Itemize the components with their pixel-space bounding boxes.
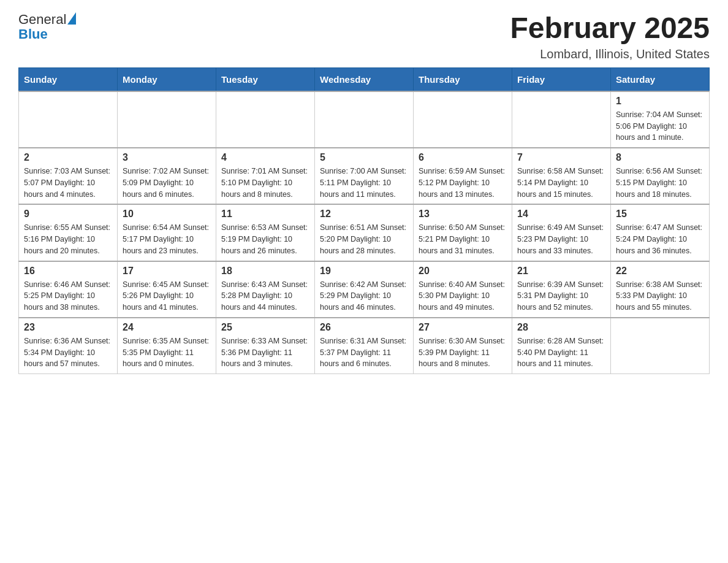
- day-info: Sunrise: 7:01 AM Sunset: 5:10 PM Dayligh…: [221, 166, 309, 200]
- day-info: Sunrise: 7:03 AM Sunset: 5:07 PM Dayligh…: [24, 166, 112, 200]
- calendar-day-cell: [118, 91, 216, 148]
- calendar-day-cell: 1Sunrise: 7:04 AM Sunset: 5:06 PM Daylig…: [611, 91, 710, 148]
- calendar-day-cell: [216, 91, 315, 148]
- day-info: Sunrise: 7:02 AM Sunset: 5:09 PM Dayligh…: [123, 166, 211, 200]
- calendar-day-cell: [19, 91, 118, 148]
- logo-triangle-icon: [67, 12, 76, 25]
- calendar-week-row: 9Sunrise: 6:55 AM Sunset: 5:16 PM Daylig…: [19, 204, 710, 261]
- day-number: 13: [419, 209, 507, 220]
- calendar-day-cell: 25Sunrise: 6:33 AM Sunset: 5:36 PM Dayli…: [216, 318, 315, 374]
- logo: General Blue: [18, 12, 76, 42]
- day-number: 16: [24, 266, 112, 277]
- day-info: Sunrise: 6:33 AM Sunset: 5:36 PM Dayligh…: [221, 335, 309, 370]
- day-info: Sunrise: 6:30 AM Sunset: 5:39 PM Dayligh…: [419, 335, 507, 370]
- calendar-day-cell: 23Sunrise: 6:36 AM Sunset: 5:34 PM Dayli…: [19, 318, 118, 374]
- day-number: 7: [517, 152, 605, 163]
- day-number: 11: [221, 209, 309, 220]
- calendar-week-row: 1Sunrise: 7:04 AM Sunset: 5:06 PM Daylig…: [19, 91, 710, 148]
- calendar-day-cell: 2Sunrise: 7:03 AM Sunset: 5:07 PM Daylig…: [19, 148, 118, 204]
- day-number: 25: [221, 322, 309, 333]
- calendar-day-cell: 9Sunrise: 6:55 AM Sunset: 5:16 PM Daylig…: [19, 204, 118, 261]
- day-number: 17: [123, 266, 211, 277]
- day-number: 21: [517, 266, 605, 277]
- calendar-day-cell: 6Sunrise: 6:59 AM Sunset: 5:12 PM Daylig…: [414, 148, 512, 204]
- calendar-day-cell: 16Sunrise: 6:46 AM Sunset: 5:25 PM Dayli…: [19, 261, 118, 318]
- page-header: General Blue February 2025 Lombard, Illi…: [18, 12, 710, 61]
- calendar-day-cell: 20Sunrise: 6:40 AM Sunset: 5:30 PM Dayli…: [414, 261, 512, 318]
- day-info: Sunrise: 7:04 AM Sunset: 5:06 PM Dayligh…: [616, 109, 704, 144]
- day-info: Sunrise: 6:55 AM Sunset: 5:16 PM Dayligh…: [24, 222, 112, 256]
- logo-general-text: General: [18, 12, 66, 27]
- day-info: Sunrise: 6:39 AM Sunset: 5:31 PM Dayligh…: [517, 279, 605, 313]
- day-number: 20: [419, 266, 507, 277]
- day-number: 26: [320, 322, 408, 333]
- day-info: Sunrise: 6:53 AM Sunset: 5:19 PM Dayligh…: [221, 222, 309, 256]
- calendar-day-header: Thursday: [414, 67, 512, 91]
- day-info: Sunrise: 6:49 AM Sunset: 5:23 PM Dayligh…: [517, 222, 605, 256]
- day-number: 15: [616, 209, 704, 220]
- day-number: 6: [419, 152, 507, 163]
- title-block: February 2025 Lombard, Illinois, United …: [510, 12, 710, 61]
- day-number: 24: [123, 322, 211, 333]
- calendar-day-cell: 10Sunrise: 6:54 AM Sunset: 5:17 PM Dayli…: [118, 204, 216, 261]
- day-info: Sunrise: 6:40 AM Sunset: 5:30 PM Dayligh…: [419, 279, 507, 313]
- day-number: 9: [24, 209, 112, 220]
- calendar-week-row: 2Sunrise: 7:03 AM Sunset: 5:07 PM Daylig…: [19, 148, 710, 204]
- calendar-day-cell: 17Sunrise: 6:45 AM Sunset: 5:26 PM Dayli…: [118, 261, 216, 318]
- calendar-day-cell: 12Sunrise: 6:51 AM Sunset: 5:20 PM Dayli…: [315, 204, 414, 261]
- calendar-week-row: 23Sunrise: 6:36 AM Sunset: 5:34 PM Dayli…: [19, 318, 710, 374]
- calendar-day-cell: 24Sunrise: 6:35 AM Sunset: 5:35 PM Dayli…: [118, 318, 216, 374]
- calendar-day-cell: 18Sunrise: 6:43 AM Sunset: 5:28 PM Dayli…: [216, 261, 315, 318]
- day-info: Sunrise: 6:51 AM Sunset: 5:20 PM Dayligh…: [320, 222, 408, 256]
- day-number: 18: [221, 266, 309, 277]
- calendar-day-cell: 26Sunrise: 6:31 AM Sunset: 5:37 PM Dayli…: [315, 318, 414, 374]
- calendar-day-cell: [414, 91, 512, 148]
- calendar-week-row: 16Sunrise: 6:46 AM Sunset: 5:25 PM Dayli…: [19, 261, 710, 318]
- day-number: 10: [123, 209, 211, 220]
- day-number: 8: [616, 152, 704, 163]
- calendar-day-header: Saturday: [611, 67, 710, 91]
- day-info: Sunrise: 6:54 AM Sunset: 5:17 PM Dayligh…: [123, 222, 211, 256]
- calendar-day-cell: [512, 91, 611, 148]
- day-number: 19: [320, 266, 408, 277]
- month-title: February 2025: [510, 12, 710, 45]
- day-number: 22: [616, 266, 704, 277]
- day-info: Sunrise: 6:50 AM Sunset: 5:21 PM Dayligh…: [419, 222, 507, 256]
- day-number: 27: [419, 322, 507, 333]
- day-info: Sunrise: 6:46 AM Sunset: 5:25 PM Dayligh…: [24, 279, 112, 313]
- day-info: Sunrise: 6:59 AM Sunset: 5:12 PM Dayligh…: [419, 166, 507, 200]
- calendar-day-cell: 3Sunrise: 7:02 AM Sunset: 5:09 PM Daylig…: [118, 148, 216, 204]
- day-info: Sunrise: 6:28 AM Sunset: 5:40 PM Dayligh…: [517, 335, 605, 370]
- calendar-day-header: Monday: [118, 67, 216, 91]
- day-number: 3: [123, 152, 211, 163]
- day-number: 14: [517, 209, 605, 220]
- day-info: Sunrise: 6:36 AM Sunset: 5:34 PM Dayligh…: [24, 335, 112, 370]
- calendar-day-cell: 8Sunrise: 6:56 AM Sunset: 5:15 PM Daylig…: [611, 148, 710, 204]
- day-number: 12: [320, 209, 408, 220]
- day-info: Sunrise: 7:00 AM Sunset: 5:11 PM Dayligh…: [320, 166, 408, 200]
- day-info: Sunrise: 6:56 AM Sunset: 5:15 PM Dayligh…: [616, 166, 704, 200]
- calendar-day-cell: 27Sunrise: 6:30 AM Sunset: 5:39 PM Dayli…: [414, 318, 512, 374]
- day-number: 2: [24, 152, 112, 163]
- day-info: Sunrise: 6:38 AM Sunset: 5:33 PM Dayligh…: [616, 279, 704, 313]
- calendar-header-row: SundayMondayTuesdayWednesdayThursdayFrid…: [19, 67, 710, 91]
- day-info: Sunrise: 6:31 AM Sunset: 5:37 PM Dayligh…: [320, 335, 408, 370]
- day-info: Sunrise: 6:35 AM Sunset: 5:35 PM Dayligh…: [123, 335, 211, 370]
- calendar-day-cell: 22Sunrise: 6:38 AM Sunset: 5:33 PM Dayli…: [611, 261, 710, 318]
- calendar-day-cell: 14Sunrise: 6:49 AM Sunset: 5:23 PM Dayli…: [512, 204, 611, 261]
- calendar-day-cell: 15Sunrise: 6:47 AM Sunset: 5:24 PM Dayli…: [611, 204, 710, 261]
- day-info: Sunrise: 6:43 AM Sunset: 5:28 PM Dayligh…: [221, 279, 309, 313]
- day-info: Sunrise: 6:58 AM Sunset: 5:14 PM Dayligh…: [517, 166, 605, 200]
- calendar-day-header: Tuesday: [216, 67, 315, 91]
- location-title: Lombard, Illinois, United States: [510, 47, 710, 61]
- day-number: 23: [24, 322, 112, 333]
- day-info: Sunrise: 6:45 AM Sunset: 5:26 PM Dayligh…: [123, 279, 211, 313]
- calendar-day-cell: 28Sunrise: 6:28 AM Sunset: 5:40 PM Dayli…: [512, 318, 611, 374]
- calendar-table: SundayMondayTuesdayWednesdayThursdayFrid…: [18, 67, 710, 374]
- day-number: 5: [320, 152, 408, 163]
- logo-blue-text: Blue: [18, 26, 48, 42]
- day-number: 4: [221, 152, 309, 163]
- calendar-day-cell: 13Sunrise: 6:50 AM Sunset: 5:21 PM Dayli…: [414, 204, 512, 261]
- day-info: Sunrise: 6:42 AM Sunset: 5:29 PM Dayligh…: [320, 279, 408, 313]
- calendar-day-cell: 11Sunrise: 6:53 AM Sunset: 5:19 PM Dayli…: [216, 204, 315, 261]
